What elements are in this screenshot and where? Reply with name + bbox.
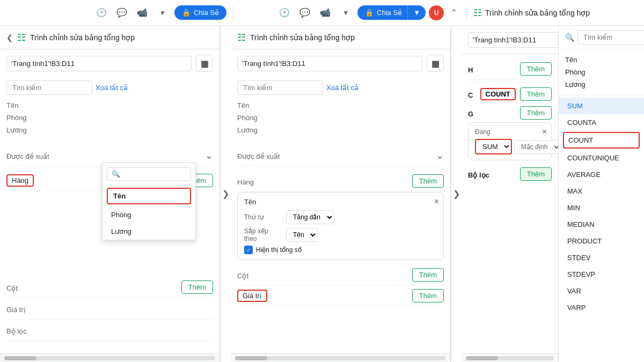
panel3-func-product[interactable]: PRODUCT [559,233,644,249]
panel3-giaTri-label: G [468,110,473,118]
panel2-order-select[interactable]: Tăng dần [286,210,334,224]
panel3-boLoc-add-btn[interactable]: Thêm [520,167,552,181]
panel3-field-ten[interactable]: Tên [565,54,638,66]
panel2-checkbox[interactable]: ✓ [244,246,253,254]
panel1-dropdown-phong[interactable]: Phòng [103,206,195,223]
panel1-scrollbar[interactable] [0,353,219,362]
panel3-func-countunique[interactable]: COUNTUNIQUE [559,150,644,166]
toolbar-section-1: 🕑 💬 📹 ▼ 🔒 Chia Sẻ [6,4,226,21]
panel3-field-luong[interactable]: Lương [565,78,638,91]
panel2-sort-row: Sắp xếp theo Tên [244,227,437,242]
panel1-grid-icon[interactable]: ▦ [196,55,213,72]
panel3-func-average[interactable]: AVERAGE [559,166,644,183]
panel1-search-input[interactable] [6,80,92,95]
panel3-func-sum[interactable]: SUM [559,98,644,114]
panel1-giaTri-label: Giá trị [6,306,26,314]
panel3-func-search-input[interactable] [577,30,644,45]
panel1-cot-label: Cột [6,284,18,292]
share-main-2[interactable]: 🔒 Chia Sẻ [357,5,407,20]
panel2-ten-card: Tên × Thứ tự Tăng dần Sắp xếp theo Tên [237,192,444,260]
panel1-de-xuat-label: Được đề xuất [6,152,49,160]
panel2-clear-btn[interactable]: Xoá tất cả [326,84,358,92]
panel1-dropdown-ten[interactable]: Tên [107,188,191,204]
panel-1: ❮ ☷ Trình chỉnh sửa bảng tổng hợp ▦ Xoá … [0,26,220,362]
panel2-hang-label: Hàng [237,178,254,186]
panel1-scrollbar-track [4,356,215,360]
panel1-de-xuat-chevron[interactable]: ⌄ [205,150,213,161]
share-label-2: Chia Sẻ [377,9,402,17]
panel2-giaTri-row: Giá trị Thêm [237,286,444,306]
sheets-icon-2: ☷ [237,32,246,43]
panel1-dropdown-search [103,163,195,186]
panel2-ten-card-close[interactable]: × [434,197,439,206]
panel2-scrollbar-thumb [235,356,267,360]
share-button-2[interactable]: 🔒 Chia Sẻ ▼ [357,5,426,20]
panel3-func-min[interactable]: MIN [559,200,644,216]
panel2-toggle[interactable]: ❯ [451,26,462,362]
panel3-sum-close[interactable]: × [542,127,547,137]
p2-field-phong: Phòng [237,112,444,124]
panel2-de-xuat-chevron[interactable]: ⌄ [436,150,444,161]
panel3-default-select[interactable]: Mặc định [514,140,558,154]
panel2-sort-select[interactable]: Tên [286,228,318,242]
panel3-func-max[interactable]: MAX [559,183,644,200]
panel3-range-input[interactable] [468,32,558,48]
history-icon-2[interactable]: 🕑 [276,4,293,21]
video-icon-2[interactable]: 📹 [317,4,334,21]
panel3-hang-add-btn[interactable]: Thêm [520,62,552,76]
chevron-down-icon[interactable]: ▼ [154,4,171,21]
chat-icon[interactable]: 💬 [113,4,130,21]
panel3-func-counta[interactable]: COUNTA [559,114,644,131]
panel1-dropdown-search-input[interactable] [107,167,191,181]
share-arrow-2[interactable]: ▼ [407,5,426,20]
chevron-down-icon-2[interactable]: ▼ [337,4,354,21]
chevron-up-icon[interactable]: ⌃ [447,6,460,19]
sheets-icon-3: ☷ [473,7,482,19]
divider-1 [233,6,233,19]
panel2-grid-icon[interactable]: ▦ [427,55,444,72]
panel1-toggle[interactable]: ❯ [220,26,231,362]
panel2-scrollbar[interactable] [231,353,450,362]
panel3-body: H Thêm C COUNT Thêm [462,54,558,353]
panel3-field-phong[interactable]: Phòng [565,66,638,78]
panel3-sum-select[interactable]: SUM [475,139,512,154]
panel3-func-varp[interactable]: VARP [559,299,644,316]
panel1-range-row: ▦ [6,55,213,72]
panel2-range-input[interactable] [237,56,422,71]
toolbar-section-2: 🕑 💬 📹 ▼ 🔒 Chia Sẻ ▼ U ⌃ [240,4,460,21]
search-icon-p3: 🔍 [565,33,574,42]
panel3-gia-tri-section: G Thêm × Đang SUM [468,106,552,160]
main-content: ❮ ☷ Trình chỉnh sửa bảng tổng hợp ▦ Xoá … [0,26,644,362]
panel3-func-stdev[interactable]: STDEV [559,249,644,266]
panel3-count-badge: COUNT [480,88,516,100]
panel3-hang-divider [468,82,552,83]
share-button-1[interactable]: 🔒 Chia Sẻ [174,5,226,20]
panel2-search-input[interactable] [237,80,323,95]
panel1-range-input[interactable] [6,56,192,71]
panel2-cot-add-btn[interactable]: Thêm [412,268,444,282]
chat-icon-2[interactable]: 💬 [296,4,313,21]
panel1-collapse-icon[interactable]: ❮ [6,33,13,42]
panel3-func-var[interactable]: VAR [559,283,644,299]
panel3-scrollbar-track [466,356,554,360]
panel2-hang-add-btn[interactable]: Thêm [412,174,444,188]
sheets-icon-1: ☷ [17,32,26,43]
panel1-clear-btn[interactable]: Xoá tất cả [96,84,128,92]
panel1-header: ❮ ☷ Trình chỉnh sửa bảng tổng hợp [0,26,219,49]
panel1-dropdown-luong[interactable]: Lương [103,223,195,240]
panel2-giaTri-badge: Giá trị [237,290,267,302]
panel3-giaTri-add-btn[interactable]: Thêm [520,106,552,120]
panel2-giaTri-add-btn[interactable]: Thêm [412,289,444,302]
video-icon[interactable]: 📹 [134,4,151,21]
panel3-range-row: ▦ [462,26,558,54]
panel3-func-search-row: 🔍 [559,26,644,49]
panel3-scrollbar[interactable] [462,353,558,362]
panel3-cot-add-btn[interactable]: Thêm [520,87,552,101]
panel1-cot-add-btn[interactable]: Thêm [181,280,213,294]
panel3-func-count[interactable]: COUNT [563,132,640,149]
panel3-boLoc-label: Bộ lọc [468,171,489,179]
panel3-sum-label-text: Đang [475,128,545,136]
panel3-func-stdevp[interactable]: STDEVP [559,266,644,283]
panel3-func-median[interactable]: MEDIAN [559,216,644,233]
history-icon[interactable]: 🕑 [93,4,110,21]
